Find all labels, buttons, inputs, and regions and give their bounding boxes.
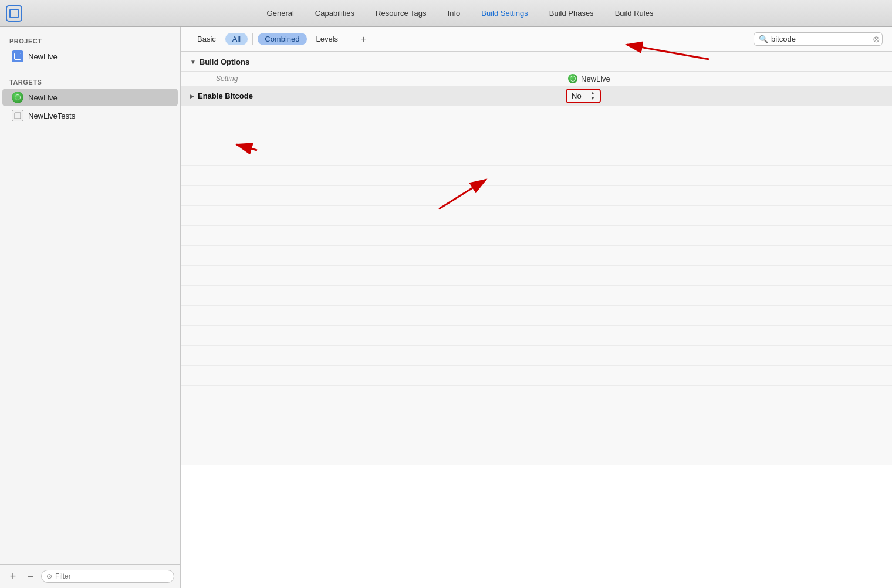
target-app-icon bbox=[12, 92, 23, 103]
target-test-icon bbox=[12, 110, 23, 121]
sidebar-footer: + − ⊙ bbox=[0, 564, 180, 588]
col-header-setting: Setting bbox=[181, 75, 556, 83]
empty-row-8 bbox=[181, 246, 892, 266]
filter-icon: ⊙ bbox=[46, 572, 52, 580]
build-options-section-header: ▼ Build Options bbox=[181, 52, 892, 72]
tab-build-settings[interactable]: Build Settings bbox=[471, 5, 539, 21]
tab-info[interactable]: Info bbox=[437, 5, 471, 21]
empty-row-4 bbox=[181, 166, 892, 186]
sec-tab-divider-2 bbox=[350, 33, 350, 45]
sidebar-divider bbox=[0, 70, 180, 70]
stepper-down-arrow[interactable]: ▼ bbox=[590, 96, 595, 101]
target-newlivetests-label: NewLiveTests bbox=[28, 111, 75, 120]
content-wrapper: Basic All Combined Levels + 🔍 ⊗ bbox=[181, 27, 892, 588]
sidebar-item-newlivetests[interactable]: NewLiveTests bbox=[2, 107, 178, 124]
empty-row-11 bbox=[181, 306, 892, 326]
project-section-label: PROJECT bbox=[0, 34, 180, 47]
tab-capabilities[interactable]: Capabilities bbox=[305, 5, 365, 21]
empty-row-10 bbox=[181, 286, 892, 306]
empty-row-16 bbox=[181, 405, 892, 425]
empty-row-14 bbox=[181, 366, 892, 386]
search-box[interactable]: 🔍 ⊗ bbox=[754, 32, 883, 46]
stepper-arrows: ▲ ▼ bbox=[590, 91, 595, 101]
sidebar: PROJECT NewLive TARGETS NewLive bbox=[0, 27, 181, 588]
empty-row-9 bbox=[181, 266, 892, 286]
bitcode-value: No bbox=[572, 92, 582, 100]
add-filter-button[interactable]: + bbox=[357, 33, 370, 46]
main-layout: PROJECT NewLive TARGETS NewLive bbox=[0, 27, 892, 588]
filter-field[interactable]: ⊙ bbox=[41, 570, 174, 583]
empty-row-6 bbox=[181, 206, 892, 226]
search-input[interactable] bbox=[771, 35, 870, 43]
remove-button[interactable]: − bbox=[23, 569, 38, 583]
section-collapse-triangle[interactable]: ▼ bbox=[190, 59, 196, 65]
empty-row-1 bbox=[181, 106, 892, 126]
sec-tab-all[interactable]: All bbox=[225, 33, 248, 45]
stepper-up-arrow[interactable]: ▲ bbox=[590, 91, 595, 96]
column-headers: Setting NewLive bbox=[181, 72, 892, 86]
content: Basic All Combined Levels + 🔍 ⊗ bbox=[181, 27, 892, 588]
tab-build-rules[interactable]: Build Rules bbox=[604, 5, 664, 21]
app-icon bbox=[6, 5, 22, 22]
setting-name-cell: ▶ Enable Bitcode bbox=[181, 88, 556, 104]
empty-row-17 bbox=[181, 425, 892, 445]
build-settings-content: ▼ Build Options Setting NewLive bbox=[181, 52, 892, 588]
project-icon bbox=[12, 50, 23, 62]
targets-section-label: TARGETS bbox=[0, 75, 180, 88]
search-clear-button[interactable]: ⊗ bbox=[873, 35, 880, 43]
setting-row-enable-bitcode: ▶ Enable Bitcode No ▲ ▼ bbox=[181, 86, 892, 106]
build-options-title: Build Options bbox=[200, 58, 249, 66]
empty-row-7 bbox=[181, 226, 892, 246]
empty-row-18 bbox=[181, 445, 892, 465]
top-tabs: General Capabilities Resource Tags Info … bbox=[34, 5, 886, 21]
filter-input[interactable] bbox=[55, 572, 169, 580]
sidebar-item-project[interactable]: NewLive bbox=[2, 48, 178, 65]
secondary-tab-bar: Basic All Combined Levels + 🔍 ⊗ bbox=[181, 27, 892, 52]
sec-tab-basic[interactable]: Basic bbox=[190, 32, 223, 46]
target-newlive-label: NewLive bbox=[28, 93, 58, 102]
sec-tab-divider bbox=[252, 33, 253, 45]
col-target-label: NewLive bbox=[581, 75, 610, 83]
top-tab-bar: General Capabilities Resource Tags Info … bbox=[0, 0, 892, 27]
search-icon: 🔍 bbox=[759, 35, 768, 43]
add-button[interactable]: + bbox=[6, 569, 20, 583]
sec-tab-combined[interactable]: Combined bbox=[258, 33, 306, 45]
sidebar-item-newlive[interactable]: NewLive bbox=[2, 89, 178, 106]
tab-general[interactable]: General bbox=[256, 5, 305, 21]
tab-resource-tags[interactable]: Resource Tags bbox=[365, 5, 437, 21]
empty-row-3 bbox=[181, 146, 892, 166]
empty-row-15 bbox=[181, 386, 892, 405]
sec-tab-levels[interactable]: Levels bbox=[309, 32, 346, 46]
empty-row-13 bbox=[181, 346, 892, 366]
project-item-label: NewLive bbox=[28, 52, 58, 61]
empty-row-5 bbox=[181, 186, 892, 206]
row-expand-triangle[interactable]: ▶ bbox=[190, 93, 194, 99]
empty-row-2 bbox=[181, 126, 892, 146]
setting-value-cell: No ▲ ▼ bbox=[556, 86, 892, 106]
col-header-target: NewLive bbox=[556, 74, 610, 83]
col-target-icon bbox=[568, 74, 577, 83]
bitcode-value-stepper[interactable]: No ▲ ▼ bbox=[566, 89, 601, 103]
empty-row-12 bbox=[181, 326, 892, 346]
enable-bitcode-label: Enable Bitcode bbox=[198, 92, 253, 100]
sidebar-content: PROJECT NewLive TARGETS NewLive bbox=[0, 27, 180, 564]
tab-build-phases[interactable]: Build Phases bbox=[539, 5, 604, 21]
